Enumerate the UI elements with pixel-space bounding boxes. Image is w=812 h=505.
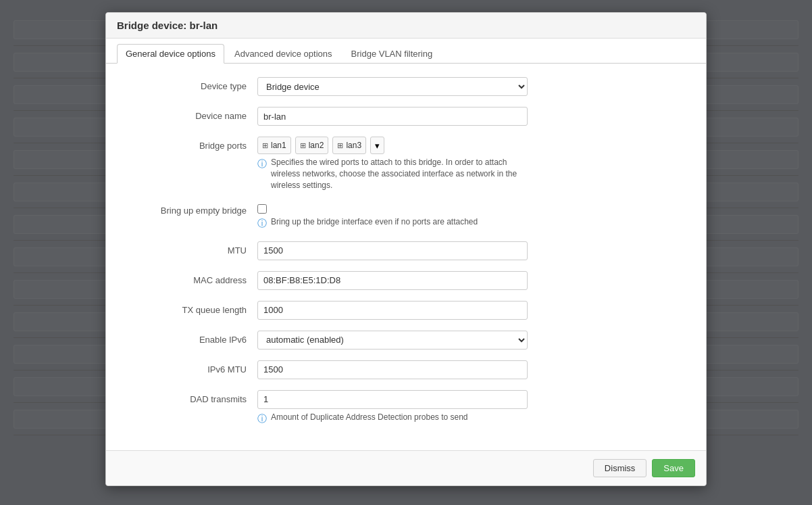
label-mtu: MTU [122,241,257,256]
port-label-lan3: lan3 [346,141,361,150]
dad-transmits-info-text: Amount of Duplicate Address Detection pr… [271,412,468,423]
form-row-tx-queue: TX queue length [122,301,690,320]
label-bring-up-empty: Bring up empty bridge [122,201,257,216]
form-row-mtu: MTU [122,241,690,260]
modal-dialog: Bridge device: br-lan General device opt… [105,12,707,486]
form-row-device-name: Device name [122,107,690,126]
dad-transmits-input[interactable] [257,390,528,409]
form-row-mac-address: MAC address [122,271,690,290]
info-icon-bridge-ports: ⓘ [257,158,267,171]
bridge-ports-info: ⓘ Specifies the wired ports to attach to… [257,157,528,191]
bring-up-empty-wrap: ⓘ Bring up the bridge interface even if … [257,201,528,231]
port-badge-lan2[interactable]: ⊞ lan2 [295,137,329,154]
bridge-ports-info-text: Specifies the wired ports to attach to t… [271,157,528,191]
dad-transmits-info: ⓘ Amount of Duplicate Address Detection … [257,412,528,426]
ipv6-mtu-wrap [257,360,528,379]
bridge-ports-wrap: ⊞ lan1 ⊞ lan2 ⊞ lan3 ▾ [257,137,528,191]
tab-advanced[interactable]: Advanced device options [226,44,341,64]
port-add-dropdown[interactable]: ▾ [370,137,384,154]
mac-address-wrap [257,271,528,290]
label-bridge-ports: Bridge ports [122,137,257,151]
form-row-bring-up-empty: Bring up empty bridge ⓘ Bring up the bri… [122,201,690,231]
label-dad-transmits: DAD transmits [122,390,257,404]
info-icon-bring-up-empty: ⓘ [257,217,267,231]
mtu-wrap [257,241,528,260]
bring-up-empty-checkbox-wrap [257,201,528,214]
port-icon-lan1: ⊞ [262,141,268,150]
modal-body: Device type Bridge device Device name Br… [106,64,706,450]
modal-footer: Dismiss Save [106,450,706,485]
form-row-ipv6-mtu: IPv6 MTU [122,360,690,379]
tx-queue-input[interactable] [257,301,528,320]
form-row-dad-transmits: DAD transmits ⓘ Amount of Duplicate Addr… [122,390,690,426]
tab-vlan[interactable]: Bridge VLAN filtering [342,44,442,64]
mtu-input[interactable] [257,241,528,260]
dad-transmits-wrap: ⓘ Amount of Duplicate Address Detection … [257,390,528,426]
label-device-type: Device type [122,77,257,91]
save-button[interactable]: Save [652,459,695,477]
enable-ipv6-select[interactable]: automatic (enabled) [257,331,528,350]
enable-ipv6-wrap: automatic (enabled) [257,331,528,350]
label-mac-address: MAC address [122,271,257,285]
device-name-input[interactable] [257,107,528,126]
label-ipv6-mtu: IPv6 MTU [122,360,257,375]
modal-tabs: General device options Advanced device o… [106,39,706,64]
port-badge-lan1[interactable]: ⊞ lan1 [257,137,291,154]
form-row-enable-ipv6: Enable IPv6 automatic (enabled) [122,331,690,350]
tx-queue-wrap [257,301,528,320]
port-badge-lan3[interactable]: ⊞ lan3 [332,137,366,154]
form-row-bridge-ports: Bridge ports ⊞ lan1 ⊞ lan2 ⊞ la [122,137,690,191]
dismiss-button[interactable]: Dismiss [593,459,647,477]
tab-general[interactable]: General device options [117,44,224,64]
port-icon-lan3: ⊞ [337,141,343,150]
ipv6-mtu-input[interactable] [257,360,528,379]
device-type-wrap: Bridge device [257,77,528,96]
port-label-lan1: lan1 [271,141,286,150]
label-tx-queue: TX queue length [122,301,257,315]
modal-header: Bridge device: br-lan [106,13,706,39]
label-enable-ipv6: Enable IPv6 [122,331,257,345]
mac-address-input[interactable] [257,271,528,290]
form-row-device-type: Device type Bridge device [122,77,690,96]
info-icon-dad-transmits: ⓘ [257,412,267,426]
port-label-lan2: lan2 [309,141,324,150]
port-icon-lan2: ⊞ [300,141,306,150]
label-device-name: Device name [122,107,257,121]
bring-up-empty-info-text: Bring up the bridge interface even if no… [271,216,478,228]
device-name-wrap [257,107,528,126]
bring-up-empty-info: ⓘ Bring up the bridge interface even if … [257,216,528,231]
bridge-ports-container: ⊞ lan1 ⊞ lan2 ⊞ lan3 ▾ [257,137,528,154]
modal-title: Bridge device: br-lan [117,20,218,31]
bring-up-empty-checkbox[interactable] [257,204,267,214]
device-type-select[interactable]: Bridge device [257,77,528,96]
